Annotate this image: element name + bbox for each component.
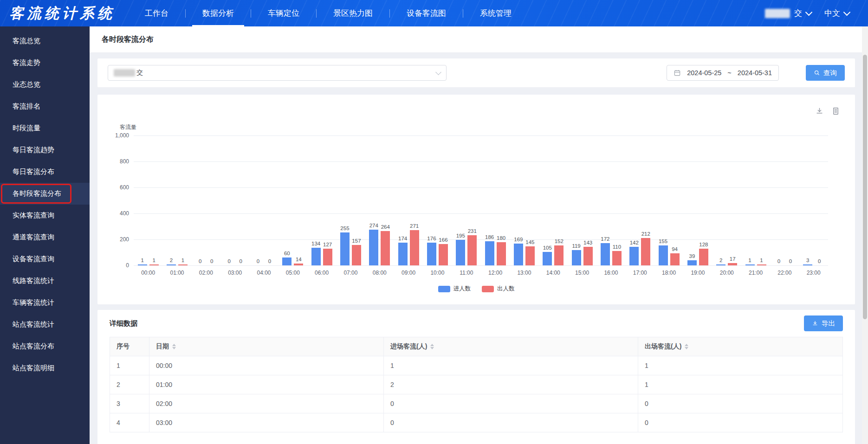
- bar-进人数: [687, 260, 697, 265]
- sidebar-item-4[interactable]: 客流排名: [0, 96, 90, 117]
- column-header-3[interactable]: 进场客流(人): [384, 337, 638, 356]
- bar-进人数: [282, 257, 291, 265]
- bar-column: 128: [699, 135, 708, 265]
- scrollbar-thumb[interactable]: [863, 55, 867, 319]
- bar-进人数: [138, 264, 147, 265]
- sidebar-item-label: 客流排名: [13, 102, 40, 111]
- bar-value-label: 271: [410, 224, 419, 229]
- org-select[interactable]: 交: [108, 65, 447, 81]
- bar-进人数: [803, 264, 812, 265]
- sort-icon[interactable]: [430, 344, 434, 349]
- column-header-4[interactable]: 出场客流(人): [638, 337, 843, 356]
- bar-进人数: [398, 243, 408, 265]
- bar-进人数: [340, 232, 350, 265]
- app-root: 客流统计系统 工作台数据分析车辆定位景区热力图设备客流图系统管理 交 中文 客流…: [0, 0, 868, 444]
- legend-item-进人数[interactable]: 进人数: [438, 285, 471, 293]
- bar-value-label: 0: [789, 259, 792, 264]
- sidebar-item-5[interactable]: 时段流量: [0, 117, 90, 139]
- bar-进人数: [572, 250, 581, 265]
- bar-出人数: [294, 264, 303, 265]
- table-cell: 1: [110, 356, 149, 375]
- sidebar: 客流总览客流走势业态总览客流排名时段流量每日客流趋势每日客流分布各时段客流分布实…: [0, 26, 90, 444]
- nav-tab-3[interactable]: 车辆定位: [251, 0, 316, 26]
- x-tick-label: 23:00: [799, 270, 828, 276]
- table-row: 100:0011: [110, 356, 843, 375]
- legend-item-出人数[interactable]: 出人数: [482, 285, 515, 293]
- sort-icon[interactable]: [685, 344, 688, 349]
- bar-value-label: 0: [227, 259, 230, 264]
- bar-value-label: 60: [284, 251, 290, 257]
- sidebar-item-12[interactable]: 线路客流统计: [0, 270, 90, 292]
- chevron-down-icon: [805, 8, 813, 16]
- bar-value-label: 1: [748, 258, 751, 264]
- sidebar-item-label: 站点客流统计: [13, 320, 54, 329]
- sidebar-item-14[interactable]: 站点客流统计: [0, 314, 90, 335]
- bar-出人数: [467, 235, 477, 265]
- table-cell: 1: [384, 356, 638, 375]
- bar-group-08:00: 274264: [365, 135, 394, 265]
- sidebar-item-13[interactable]: 车辆客流统计: [0, 292, 90, 314]
- sidebar-item-7[interactable]: 每日客流分布: [0, 161, 90, 183]
- sidebar-item-1[interactable]: 客流总览: [0, 30, 90, 52]
- app-logo: 客流统计系统: [0, 4, 128, 23]
- user-menu[interactable]: 交: [765, 8, 811, 19]
- bar-value-label: 145: [525, 240, 534, 245]
- sort-desc-icon: [430, 347, 434, 349]
- table-row: 201:0021: [110, 375, 843, 394]
- bar-group-09:00: 174271: [394, 135, 423, 265]
- bar-进人数: [543, 252, 552, 265]
- bar-value-label: 176: [427, 236, 436, 242]
- bar-value-label: 195: [456, 233, 465, 239]
- nav-tab-5[interactable]: 设备客流图: [390, 0, 463, 26]
- bar-column: 155: [659, 135, 668, 265]
- nav-tab-4[interactable]: 景区热力图: [317, 0, 389, 26]
- sidebar-item-10[interactable]: 通道客流查询: [0, 226, 90, 248]
- nav-tab-2[interactable]: 数据分析: [186, 0, 251, 26]
- user-name-redacted: [765, 9, 790, 18]
- sidebar-item-9[interactable]: 实体客流查询: [0, 205, 90, 226]
- sidebar-item-3[interactable]: 业态总览: [0, 74, 90, 96]
- sort-asc-icon: [430, 344, 434, 346]
- sidebar-item-15[interactable]: 站点客流分布: [0, 335, 90, 357]
- x-tick-label: 19:00: [683, 270, 712, 276]
- bar-column: 0: [265, 135, 274, 265]
- table-cell: 01:00: [149, 375, 384, 394]
- bar-进人数: [716, 264, 725, 265]
- sort-icon[interactable]: [172, 344, 176, 349]
- user-name-suffix: 交: [794, 8, 802, 19]
- table-cell: 02:00: [149, 394, 384, 413]
- table-cell: 3: [110, 394, 149, 413]
- date-range-picker[interactable]: 2024-05-25 ~ 2024-05-31: [667, 65, 779, 81]
- bar-value-label: 143: [583, 240, 592, 246]
- bar-value-label: 2: [170, 258, 173, 264]
- sidebar-item-2[interactable]: 客流走势: [0, 52, 90, 74]
- export-button[interactable]: 导出: [804, 315, 843, 331]
- sidebar-item-label: 设备客流查询: [13, 255, 54, 264]
- gridline: 0: [134, 265, 828, 266]
- download-chart-icon[interactable]: [815, 107, 824, 116]
- language-menu[interactable]: 中文: [824, 8, 849, 19]
- sidebar-item-6[interactable]: 每日客流趋势: [0, 139, 90, 161]
- bar-value-label: 152: [555, 239, 564, 245]
- nav-tab-6[interactable]: 系统管理: [463, 0, 528, 26]
- bar-column: 264: [381, 135, 390, 265]
- bar-group-18:00: 15594: [654, 135, 683, 265]
- bar-value-label: 14: [296, 257, 302, 263]
- sidebar-item-16[interactable]: 站点客流明细: [0, 357, 90, 379]
- bar-group-23:00: 30: [799, 135, 828, 265]
- date-separator: ~: [727, 69, 731, 77]
- bar-value-label: 0: [268, 259, 271, 264]
- sidebar-item-11[interactable]: 设备客流查询: [0, 248, 90, 270]
- bar-column: 143: [583, 135, 593, 265]
- data-view-icon[interactable]: [831, 107, 840, 116]
- x-tick-label: 15:00: [568, 270, 596, 276]
- bar-column: 2: [167, 135, 176, 265]
- main-content: 各时段客流分布 交 2024-05-25 ~ 2024-: [90, 26, 868, 444]
- column-header-2[interactable]: 日期: [149, 337, 384, 356]
- nav-tab-1[interactable]: 工作台: [128, 0, 185, 26]
- bar-column: 186: [485, 135, 494, 265]
- query-button[interactable]: 查询: [806, 65, 845, 81]
- sidebar-item-label: 时段流量: [13, 124, 40, 133]
- sidebar-item-8[interactable]: 各时段客流分布: [0, 183, 90, 205]
- bar-group-19:00: 39128: [683, 135, 712, 265]
